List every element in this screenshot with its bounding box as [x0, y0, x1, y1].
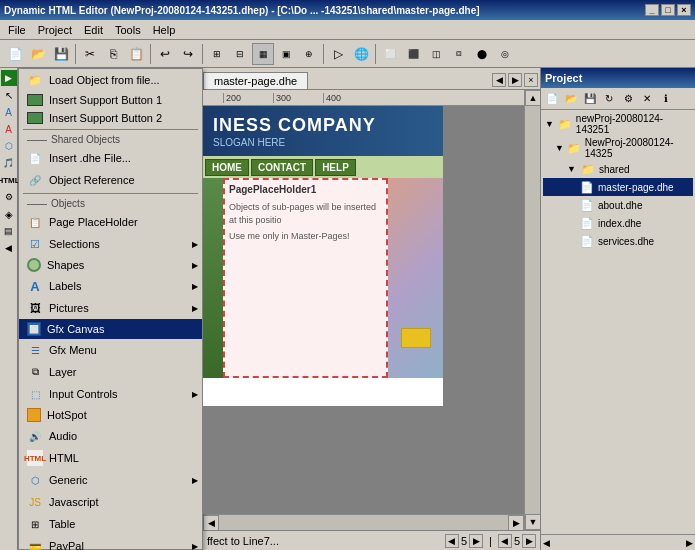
tree-item-about[interactable]: 📄 about.dhe [543, 196, 693, 214]
menu-insert-dhe[interactable]: 📄 Insert .dhe File... [19, 147, 202, 169]
sidebar-icon-5[interactable]: ⬡ [1, 138, 17, 154]
grid4-btn[interactable]: ▣ [275, 43, 297, 65]
nav-home[interactable]: HOME [205, 159, 249, 176]
menu-object-reference[interactable]: 🔗 Object Reference [19, 169, 202, 191]
menu-load-object[interactable]: 📁 Load Object from file... [19, 69, 202, 91]
menu-table[interactable]: ⊞ Table [19, 513, 202, 535]
h-scrollbar[interactable]: ◀ ▶ [203, 514, 524, 530]
vscroll-track[interactable] [525, 106, 540, 514]
page-prev[interactable]: ◀ [445, 534, 459, 548]
menu-gfx-menu[interactable]: ☰ Gfx Menu [19, 339, 202, 361]
new-btn[interactable]: 📄 [4, 43, 26, 65]
extra6-btn[interactable]: ◎ [494, 43, 516, 65]
tree-item-shared[interactable]: ▼ 📁 shared [543, 160, 693, 178]
tab-next[interactable]: ▶ [508, 73, 522, 87]
preview-btn[interactable]: ▷ [327, 43, 349, 65]
tree-item-index[interactable]: 📄 index.dhe [543, 214, 693, 232]
sidebar-icon-7[interactable]: ⚙ [1, 189, 17, 205]
menu-page-placeholder[interactable]: 📋 Page PlaceHolder [19, 211, 202, 233]
menu-labels[interactable]: A Labels ▶ [19, 275, 202, 297]
sidebar-icon-3[interactable]: A [1, 104, 17, 120]
tree-item-root[interactable]: ▼ 📁 newProj-20080124-143251 [543, 112, 693, 136]
page-sep: | [489, 535, 492, 547]
grid3-btn[interactable]: ▦ [252, 43, 274, 65]
open-btn[interactable]: 📂 [27, 43, 49, 65]
minimize-btn[interactable]: _ [645, 4, 659, 16]
tab-prev[interactable]: ◀ [492, 73, 506, 87]
panel-scroll-left[interactable]: ◀ [543, 538, 550, 548]
extra3-btn[interactable]: ◫ [425, 43, 447, 65]
sidebar-icon-4[interactable]: A [1, 121, 17, 137]
menu-shapes[interactable]: Shapes ▶ [19, 255, 202, 275]
menu-file[interactable]: File [2, 22, 32, 38]
nav-help[interactable]: HELP [315, 159, 356, 176]
menu-pictures[interactable]: 🖼 Pictures ▶ [19, 297, 202, 319]
menu-html[interactable]: HTML HTML [19, 447, 202, 469]
window-controls[interactable]: _ □ × [645, 4, 691, 16]
sidebar-icon-10[interactable]: ◀ [1, 240, 17, 256]
editor-tab[interactable]: master-page.dhe [203, 72, 308, 89]
menu-hotspot[interactable]: HotSpot [19, 405, 202, 425]
menu-edit[interactable]: Edit [78, 22, 109, 38]
menu-generic[interactable]: ⬡ Generic ▶ [19, 469, 202, 491]
cut-btn[interactable]: ✂ [79, 43, 101, 65]
menu-help[interactable]: Help [147, 22, 182, 38]
nav-contact[interactable]: CONTACT [251, 159, 313, 176]
sidebar-icon-1[interactable]: ▶ [1, 70, 17, 86]
v-scrollbar[interactable]: ▲ ▼ [524, 90, 540, 530]
save-btn[interactable]: 💾 [50, 43, 72, 65]
menu-tools[interactable]: Tools [109, 22, 147, 38]
proj-refresh[interactable]: ↻ [600, 90, 618, 108]
proj-info[interactable]: ℹ [657, 90, 675, 108]
paypal-icon: 💳 [27, 538, 43, 550]
extra2-btn[interactable]: ⬛ [402, 43, 424, 65]
tree-item-master[interactable]: 📄 master-page.dhe [543, 178, 693, 196]
page-next[interactable]: ▶ [469, 534, 483, 548]
menu-insert-support2[interactable]: Insert Support Button 2 [19, 109, 202, 127]
proj-delete[interactable]: ✕ [638, 90, 656, 108]
menu-selections[interactable]: ☑ Selections ▶ [19, 233, 202, 255]
paste-btn[interactable]: 📋 [125, 43, 147, 65]
menu-project[interactable]: Project [32, 22, 78, 38]
extra1-btn[interactable]: ⬜ [379, 43, 401, 65]
tree-item-services[interactable]: 📄 services.dhe [543, 232, 693, 250]
sidebar-icon-9[interactable]: ▤ [1, 223, 17, 239]
copy-btn[interactable]: ⎘ [102, 43, 124, 65]
menu-insert-support1[interactable]: Insert Support Button 1 [19, 91, 202, 109]
proj-new[interactable]: 📄 [543, 90, 561, 108]
panel-scroll-right[interactable]: ▶ [686, 538, 693, 548]
hscroll-right[interactable]: ▶ [508, 515, 524, 530]
menu-audio[interactable]: 🔊 Audio [19, 425, 202, 447]
grid2-btn[interactable]: ⊟ [229, 43, 251, 65]
close-btn[interactable]: × [677, 4, 691, 16]
line-next[interactable]: ▶ [522, 534, 536, 548]
canvas-wrapper[interactable]: INESS COMPANY SLOGAN HERE HOME CONTACT H… [203, 106, 524, 514]
menu-paypal[interactable]: 💳 PayPal ▶ [19, 535, 202, 550]
sidebar-icon-8[interactable]: ◈ [1, 206, 17, 222]
sidebar-icon-html[interactable]: HTML [1, 172, 17, 188]
menu-input-controls[interactable]: ⬚ Input Controls ▶ [19, 383, 202, 405]
grid1-btn[interactable]: ⊞ [206, 43, 228, 65]
proj-settings[interactable]: ⚙ [619, 90, 637, 108]
maximize-btn[interactable]: □ [661, 4, 675, 16]
sidebar-icon-2[interactable]: ↖ [1, 87, 17, 103]
vscroll-up[interactable]: ▲ [525, 90, 540, 106]
redo-btn[interactable]: ↪ [177, 43, 199, 65]
vscroll-down[interactable]: ▼ [525, 514, 540, 530]
tree-item-l1[interactable]: ▼ 📁 NewProj-20080124-14325 [543, 136, 693, 160]
extra5-btn[interactable]: ⬤ [471, 43, 493, 65]
sidebar-icon-6[interactable]: 🎵 [1, 155, 17, 171]
menu-layer[interactable]: ⧉ Layer [19, 361, 202, 383]
proj-open[interactable]: 📂 [562, 90, 580, 108]
globe-btn[interactable]: 🌐 [350, 43, 372, 65]
menu-javascript[interactable]: JS Javascript [19, 491, 202, 513]
proj-save[interactable]: 💾 [581, 90, 599, 108]
tab-close[interactable]: × [524, 73, 538, 87]
menu-gfx-canvas[interactable]: ⬜ Gfx Canvas [19, 319, 202, 339]
undo-btn[interactable]: ↩ [154, 43, 176, 65]
hscroll-left[interactable]: ◀ [203, 515, 219, 530]
extra4-btn[interactable]: ⧈ [448, 43, 470, 65]
line-prev[interactable]: ◀ [498, 534, 512, 548]
hscroll-track[interactable] [219, 515, 508, 530]
grid5-btn[interactable]: ⊕ [298, 43, 320, 65]
